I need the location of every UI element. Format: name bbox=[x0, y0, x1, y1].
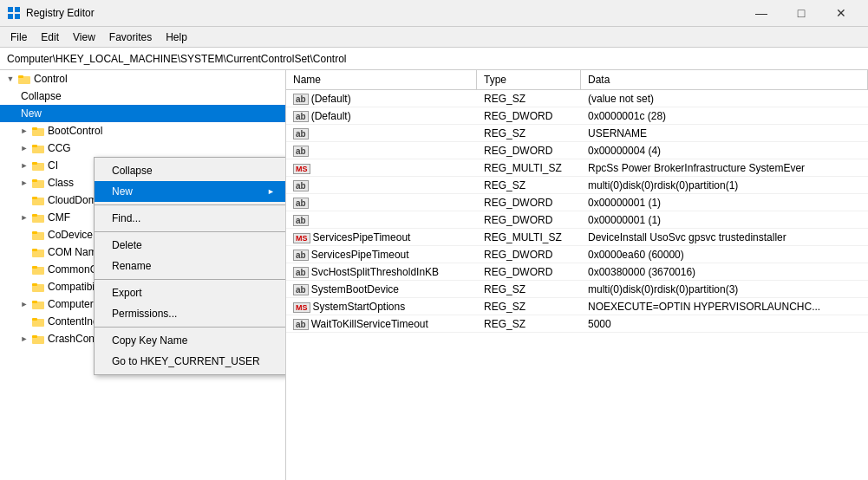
address-path: Computer\HKEY_LOCAL_MACHINE\SYSTEM\Curre… bbox=[7, 53, 346, 65]
row-type: REG_DWORD bbox=[477, 248, 581, 262]
ctx-separator-3 bbox=[95, 279, 286, 280]
row-type: REG_DWORD bbox=[477, 144, 581, 158]
value-icon: ab bbox=[293, 94, 309, 105]
table-row[interactable]: abServicesPipeTimeout REG_DWORD 0x0000ea… bbox=[286, 246, 868, 263]
table-row[interactable]: ab REG_DWORD 0x00000001 (1) bbox=[286, 194, 868, 211]
folder-icon bbox=[31, 124, 45, 138]
tree-item-new[interactable]: New bbox=[0, 105, 285, 122]
menu-file[interactable]: File bbox=[3, 29, 34, 45]
folder-icon bbox=[31, 280, 45, 294]
row-data: 0x0000ea60 (60000) bbox=[581, 248, 868, 262]
tree-label: CMF bbox=[48, 211, 70, 224]
expand-arrow: ► bbox=[17, 159, 31, 172]
row-data: 0x00000004 (4) bbox=[581, 144, 868, 158]
ctx-delete[interactable]: Delete bbox=[95, 235, 286, 256]
tree-item-ccg[interactable]: ► CCG bbox=[0, 139, 285, 157]
folder-icon bbox=[31, 297, 45, 311]
ctx-new[interactable]: New ► bbox=[95, 181, 286, 202]
table-row[interactable]: ab REG_DWORD 0x00000004 (4) bbox=[286, 142, 868, 159]
expand-arrow bbox=[17, 315, 31, 328]
expand-arrow: ► bbox=[17, 124, 31, 138]
value-icon: MS bbox=[293, 164, 310, 174]
table-row[interactable]: ab REG_SZ USERNAME bbox=[286, 125, 868, 142]
details-header: Name Type Data bbox=[286, 70, 868, 90]
expand-arrow: ▼ bbox=[3, 72, 17, 86]
table-row[interactable]: MSSystemStartOptions REG_SZ NOEXECUTE=OP… bbox=[286, 298, 868, 315]
row-data: 0x0000001c (28) bbox=[581, 109, 868, 123]
menu-favorites[interactable]: Favorites bbox=[102, 29, 159, 45]
table-row[interactable]: ab(Default) REG_DWORD 0x0000001c (28) bbox=[286, 107, 868, 125]
svg-rect-25 bbox=[32, 283, 37, 286]
tree-item-bootcontrol[interactable]: ► BootControl bbox=[0, 122, 285, 139]
value-icon: ab bbox=[293, 198, 309, 209]
value-icon: ab bbox=[293, 215, 309, 226]
svg-rect-15 bbox=[32, 197, 37, 199]
title-bar: Registry Editor — □ ✕ bbox=[0, 0, 868, 27]
svg-rect-29 bbox=[32, 318, 37, 321]
svg-rect-17 bbox=[32, 214, 37, 217]
row-name: abServicesPipeTimeout bbox=[286, 248, 477, 262]
table-row[interactable]: abSystemBootDevice REG_SZ multi(0)disk(0… bbox=[286, 281, 868, 298]
expand-arrow bbox=[17, 280, 31, 294]
value-icon: ab bbox=[293, 319, 309, 330]
expand-arrow: ► bbox=[17, 297, 31, 311]
context-menu: Collapse New ► Find... Delete Rename Exp… bbox=[94, 157, 286, 375]
folder-icon bbox=[31, 332, 45, 346]
row-data: NOEXECUTE=OPTIN HYPERVISORLAUNCHC... bbox=[581, 300, 868, 314]
table-row[interactable]: abWaitToKillServiceTimeout REG_SZ 5000 bbox=[286, 315, 868, 333]
ctx-find[interactable]: Find... bbox=[95, 208, 286, 229]
ctx-collapse-label: Collapse bbox=[112, 165, 153, 177]
col-header-name[interactable]: Name bbox=[286, 70, 477, 89]
row-type: REG_DWORD bbox=[477, 265, 581, 279]
row-data: 0x00380000 (3670016) bbox=[581, 265, 868, 279]
tree-item-control[interactable]: ▼ Control bbox=[0, 70, 285, 88]
ctx-copy-key-name[interactable]: Copy Key Name bbox=[95, 330, 286, 351]
folder-icon bbox=[31, 211, 45, 224]
folder-icon bbox=[31, 315, 45, 328]
ctx-collapse[interactable]: Collapse bbox=[95, 160, 286, 181]
ctx-export-label: Export bbox=[112, 287, 142, 299]
row-type: REG_DWORD bbox=[477, 196, 581, 210]
ctx-new-arrow: ► bbox=[267, 187, 275, 196]
table-row[interactable]: ab REG_SZ multi(0)disk(0)rdisk(0)partiti… bbox=[286, 177, 868, 194]
table-row[interactable]: MSServicesPipeTimeout REG_MULTI_SZ Devic… bbox=[286, 229, 868, 246]
expand-arrow bbox=[17, 263, 31, 276]
menu-edit[interactable]: Edit bbox=[34, 29, 66, 45]
menu-view[interactable]: View bbox=[66, 29, 102, 45]
window-title: Registry Editor bbox=[26, 7, 95, 19]
ctx-rename[interactable]: Rename bbox=[95, 256, 286, 276]
row-name: ab bbox=[286, 178, 477, 192]
row-name: MSServicesPipeTimeout bbox=[286, 230, 477, 244]
ctx-permissions[interactable]: Permissions... bbox=[95, 303, 286, 324]
row-data: 0x00000001 (1) bbox=[581, 213, 868, 227]
value-icon: ab bbox=[293, 128, 309, 139]
col-header-data[interactable]: Data bbox=[581, 70, 868, 89]
menu-help[interactable]: Help bbox=[159, 29, 194, 45]
minimize-button[interactable]: — bbox=[741, 0, 781, 27]
table-row[interactable]: MS REG_MULTI_SZ RpcSs Power BrokerInfras… bbox=[286, 159, 868, 177]
maximize-button[interactable]: □ bbox=[781, 0, 821, 27]
tree-item-collapse[interactable]: Collapse bbox=[0, 88, 285, 105]
svg-rect-11 bbox=[32, 162, 37, 165]
svg-rect-21 bbox=[32, 249, 37, 251]
menu-bar: File Edit View Favorites Help bbox=[0, 27, 868, 48]
svg-rect-2 bbox=[8, 14, 13, 19]
ctx-goto-hkcu[interactable]: Go to HKEY_CURRENT_USER bbox=[95, 351, 286, 372]
expand-arrow: ► bbox=[17, 332, 31, 346]
value-icon: ab bbox=[293, 250, 309, 261]
row-name: ab(Default) bbox=[286, 109, 477, 123]
svg-rect-7 bbox=[32, 127, 37, 130]
close-button[interactable]: ✕ bbox=[821, 0, 861, 27]
row-data: multi(0)disk(0)rdisk(0)partition(1) bbox=[581, 178, 868, 192]
table-row[interactable]: ab(Default) REG_SZ (value not set) bbox=[286, 90, 868, 107]
table-row[interactable]: abSvcHostSplitThresholdInKB REG_DWORD 0x… bbox=[286, 263, 868, 281]
row-data: 0x00000001 (1) bbox=[581, 196, 868, 210]
ctx-export[interactable]: Export bbox=[95, 282, 286, 303]
svg-rect-31 bbox=[32, 335, 37, 338]
window-controls: — □ ✕ bbox=[741, 0, 861, 27]
value-icon: ab bbox=[293, 146, 309, 157]
col-header-type[interactable]: Type bbox=[477, 70, 581, 89]
row-type: REG_SZ bbox=[477, 282, 581, 296]
expand-arrow bbox=[17, 193, 31, 207]
table-row[interactable]: ab REG_DWORD 0x00000001 (1) bbox=[286, 211, 868, 229]
